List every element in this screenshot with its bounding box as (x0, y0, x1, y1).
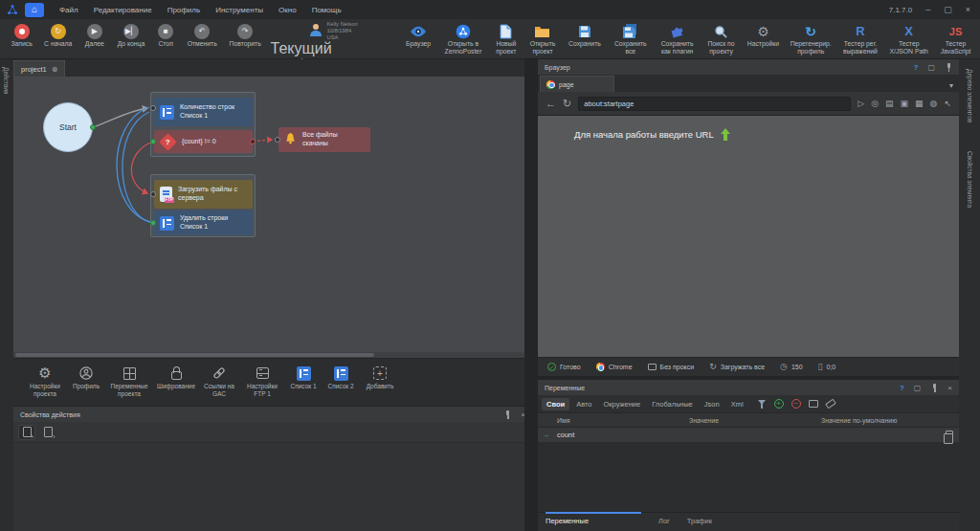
tab-global-variables[interactable]: Глобальные (647, 398, 698, 410)
node-count-lines[interactable]: Количество строк Список 1 (154, 98, 253, 126)
save-as-plugin-button[interactable]: Сохранить как плагин (657, 22, 698, 55)
tab-close-icon[interactable]: ⊗ (52, 65, 58, 74)
select-element-icon[interactable]: ↖ (944, 100, 951, 108)
run-to-end-button[interactable]: ▶▏ До конца (115, 22, 146, 48)
tab-project1[interactable]: project1 ⊗ (13, 60, 65, 77)
maximize-icon[interactable]: ▢ (927, 63, 935, 72)
undo-button[interactable]: ↶ Отменить (185, 22, 220, 48)
step-button[interactable]: ▶ Далее (80, 22, 108, 48)
alert-input-port[interactable] (275, 137, 280, 143)
remove-variable-icon[interactable]: − (791, 399, 801, 409)
run-icon[interactable]: ▷ (858, 100, 864, 108)
tab-environment-variables[interactable]: Окружение (598, 398, 645, 410)
condition-output-port[interactable] (250, 139, 256, 144)
stop-button[interactable]: ■ Стоп (153, 22, 177, 48)
save-button[interactable]: Сохранить (566, 22, 605, 48)
list1-button[interactable]: Список 1 (289, 364, 318, 390)
start-node[interactable]: Start (43, 102, 93, 152)
emulation-settings-icon[interactable]: ▦ (915, 100, 924, 108)
menu-window[interactable]: Окно (278, 6, 297, 14)
tab-xml[interactable]: Xml (726, 398, 748, 410)
close-icon[interactable]: × (947, 384, 952, 392)
flowchart-canvas[interactable]: Start Количество строк Список 1 ? {count… (13, 77, 532, 358)
regenerate-profile-button[interactable]: ↻ Перегенерир. профиль (789, 22, 834, 55)
help-icon[interactable]: ? (900, 384, 904, 392)
browser-viewport[interactable]: Для начала работы введите URL (538, 115, 959, 357)
save-all-button[interactable]: Сохранить все (611, 22, 650, 55)
project-variables-button[interactable]: Переменные проекта (109, 364, 149, 398)
javascript-tester-button[interactable]: JS Тестер JavaScript (937, 22, 974, 55)
rename-variable-icon[interactable] (809, 400, 818, 408)
record-button[interactable]: Запись (8, 22, 35, 48)
filter-icon[interactable] (758, 400, 767, 409)
node-delete-lines[interactable]: Удалить строки Список 1 (154, 210, 253, 235)
add-section-button[interactable]: + Добавить (364, 364, 396, 390)
page-source-icon[interactable]: ▤ (885, 100, 894, 108)
column-default[interactable]: Значение по-умолчанию (821, 417, 959, 424)
tab-traffic[interactable]: Трафик (687, 513, 712, 525)
minimize-icon[interactable]: – (925, 5, 930, 14)
chevron-down-icon[interactable]: ▾ (949, 81, 957, 92)
gac-references-button[interactable]: Ссылки на GAC (203, 364, 235, 398)
tab-json[interactable]: Json (700, 398, 724, 410)
count-input-port[interactable] (150, 105, 156, 111)
new-project-button[interactable]: Новый проект (492, 22, 520, 55)
menu-file[interactable]: Файл (59, 6, 78, 14)
variables-table-body[interactable] (538, 443, 959, 512)
maximize-icon[interactable]: ▢ (914, 384, 922, 392)
redo-button[interactable]: ↷ Повторить (227, 22, 264, 48)
node-download-files[interactable]: FTP Загрузить файлы с сервера (154, 180, 253, 209)
close-icon[interactable]: × (966, 5, 970, 14)
pages-icon[interactable]: ▣ (901, 100, 909, 108)
url-input[interactable]: about:startpage (578, 97, 851, 111)
delete-output-port[interactable] (150, 220, 156, 226)
open-project-button[interactable]: Открыть проект (526, 22, 558, 55)
xjson-path-tester-button[interactable]: X Тестер X/JSON Path (887, 22, 930, 55)
status-timeout[interactable]: 150 (791, 364, 803, 370)
element-properties-strip[interactable]: Свойства элемента (967, 151, 973, 208)
status-load-mode[interactable]: Загружать все (721, 364, 765, 370)
project-search-button[interactable]: Поиск по проекту (704, 22, 738, 55)
copy-icon[interactable] (946, 431, 953, 439)
maximize-icon[interactable]: ▢ (944, 5, 952, 14)
element-tree-strip[interactable]: Дерево элементов (967, 69, 973, 122)
tab-variables[interactable]: Переменные (546, 512, 641, 525)
ftp-settings-button[interactable]: Настройки FTP 1 (244, 364, 280, 398)
menu-tools[interactable]: Инструменты (215, 6, 263, 14)
profile-section-button[interactable]: Профиль (72, 364, 100, 390)
encryption-button[interactable]: Шифрование (158, 364, 194, 390)
list2-button[interactable]: Список 2 (326, 364, 355, 390)
add-variable-icon[interactable]: + (774, 399, 784, 409)
actions-collapsed-panel[interactable]: Действия (0, 59, 13, 531)
status-engine[interactable]: Chrome (609, 364, 633, 370)
web-settings-icon[interactable]: ◍ (930, 100, 938, 108)
browser-tab-page[interactable]: page (540, 76, 614, 92)
column-value[interactable]: Значение (689, 417, 821, 424)
tab-auto-variables[interactable]: Авто (571, 398, 596, 410)
settings-button[interactable]: ⚙ Настройки (745, 22, 782, 48)
node-alert[interactable]: Все файлы скачаны (278, 127, 370, 152)
reload-icon[interactable]: ↻ (563, 99, 571, 109)
add-action-tool-button[interactable] (18, 425, 35, 440)
browser-button[interactable]: Браузер (403, 22, 434, 48)
regex-tester-button[interactable]: R Тестер рег. выражений (840, 22, 881, 55)
back-icon[interactable]: ← (546, 99, 556, 109)
action-list-tool-button[interactable] (39, 425, 56, 440)
open-in-zennoposter-button[interactable]: Открыть в ZennoPoster (441, 22, 486, 55)
target-icon[interactable]: ◎ (871, 100, 879, 108)
project-settings-button[interactable]: ⚙ Настройки проекта (27, 364, 63, 398)
pin-icon[interactable] (503, 410, 511, 419)
clear-variable-icon[interactable] (825, 399, 836, 409)
restart-button[interactable]: ↻ С начала (42, 22, 74, 48)
tab-log[interactable]: Лог (658, 513, 670, 525)
node-condition[interactable]: ? {count} != 0 (154, 130, 253, 153)
menu-help[interactable]: Помощь (312, 6, 342, 14)
start-output-port[interactable] (90, 124, 96, 130)
help-icon[interactable]: ? (914, 63, 919, 72)
pin-icon[interactable] (945, 63, 952, 72)
tab-own-variables[interactable]: Свои (542, 398, 569, 410)
menu-edit[interactable]: Редактирование (94, 6, 152, 14)
condition-input-port[interactable] (150, 139, 156, 144)
table-row[interactable]: → count (538, 428, 959, 443)
home-button[interactable]: ⌂ (25, 3, 44, 17)
